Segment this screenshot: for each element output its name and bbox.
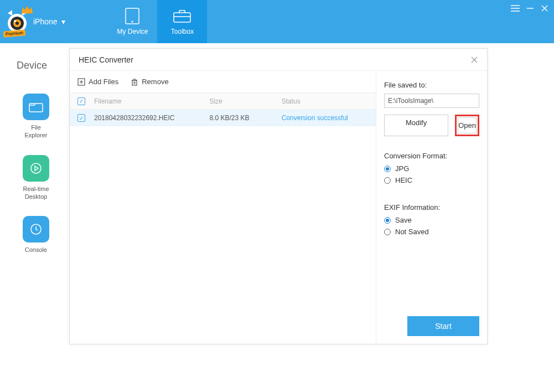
row-status: Conversion successful	[282, 114, 368, 122]
svg-point-4	[14, 20, 16, 22]
file-list-header: Filename Size Status	[70, 93, 376, 110]
file-list-pane: Add Files Remove Filename Size Status 20…	[70, 71, 376, 344]
tile-label: Real-time Desktop	[23, 185, 49, 201]
plus-box-icon	[77, 78, 85, 86]
minimize-icon[interactable]	[526, 4, 534, 12]
caret-down-icon: ▾	[61, 17, 65, 26]
tile-realtime-desktop[interactable]: Real-time Desktop	[17, 155, 55, 201]
tab-label: Toolbox	[171, 28, 194, 35]
trash-icon	[131, 78, 138, 86]
nav-tabs: My Device Toolbox	[107, 0, 207, 43]
column-status[interactable]: Status	[282, 97, 368, 105]
close-icon[interactable]	[541, 4, 548, 12]
settings-pane: File saved to: E:\iToolsImage\ Modify Op…	[376, 71, 487, 344]
app-logo: Premium	[4, 9, 30, 34]
window-controls	[511, 0, 554, 43]
toolbar: Add Files Remove	[70, 71, 376, 93]
menu-icon[interactable]	[511, 4, 520, 12]
format-radio-group: JPG HEIC	[384, 164, 479, 188]
save-path-input[interactable]: E:\iToolsImage\	[384, 94, 479, 108]
button-label: Add Files	[89, 78, 118, 86]
radio-icon	[384, 229, 391, 235]
device-name: iPhone	[33, 17, 58, 26]
exif-option-save[interactable]: Save	[384, 216, 479, 224]
play-icon	[23, 155, 49, 182]
radio-icon	[384, 177, 391, 184]
premium-badge: Premium	[3, 29, 26, 37]
svg-point-16	[31, 163, 41, 173]
radio-label: JPG	[395, 164, 409, 173]
toolbox-icon	[173, 8, 191, 24]
format-label: Conversion Format:	[384, 152, 479, 160]
format-option-heic[interactable]: HEIC	[384, 176, 479, 184]
tab-toolbox[interactable]: Toolbox	[157, 0, 207, 43]
start-button[interactable]: Start	[407, 316, 479, 336]
tab-label: My Device	[117, 28, 148, 35]
tile-console[interactable]: Console	[17, 216, 55, 254]
column-filename[interactable]: Filename	[94, 97, 209, 105]
tablet-icon	[123, 8, 142, 24]
tile-file-explorer[interactable]: File Explorer	[17, 94, 55, 140]
radio-label: Save	[395, 216, 412, 224]
dialog-titlebar: HEIC Converter	[70, 49, 487, 71]
row-filename: 20180428032232692.HEIC	[94, 114, 209, 122]
tile-label: File Explorer	[25, 123, 48, 140]
row-size: 8.0 KB/23 KB	[209, 114, 281, 122]
top-header: Premium iPhone ▾ My Device Toolbox	[0, 0, 554, 43]
heic-converter-dialog: HEIC Converter Add Files Remove	[69, 48, 488, 344]
radio-label: HEIC	[395, 176, 412, 184]
exif-label: EXIF Information:	[384, 203, 479, 212]
svg-point-3	[15, 22, 19, 25]
add-files-button[interactable]: Add Files	[77, 78, 118, 86]
radio-label: Not Saved	[395, 228, 429, 236]
svg-rect-23	[132, 80, 137, 85]
folder-icon	[23, 94, 49, 120]
exif-radio-group: Save Not Saved	[384, 216, 479, 239]
modify-button[interactable]: Modify	[384, 115, 448, 136]
column-size[interactable]: Size	[209, 97, 281, 105]
open-button[interactable]: Open	[458, 117, 477, 133]
format-option-jpg[interactable]: JPG	[384, 164, 479, 173]
tab-my-device[interactable]: My Device	[107, 0, 157, 43]
remove-button[interactable]: Remove	[131, 78, 168, 86]
close-icon[interactable]	[470, 56, 478, 64]
file-row[interactable]: 20180428032232692.HEIC 8.0 KB/23 KB Conv…	[70, 110, 376, 126]
radio-icon	[384, 217, 391, 224]
select-all-checkbox[interactable]	[77, 97, 85, 105]
radio-icon	[384, 166, 391, 172]
exif-option-not-saved[interactable]: Not Saved	[384, 228, 479, 236]
svg-point-6	[132, 21, 133, 23]
dialog-title: HEIC Converter	[79, 55, 133, 64]
svg-rect-7	[174, 13, 190, 22]
open-button-highlight: Open	[455, 115, 479, 136]
device-selector[interactable]: iPhone ▾	[33, 17, 65, 26]
row-checkbox[interactable]	[77, 114, 85, 122]
saved-to-label: File saved to:	[384, 81, 479, 89]
logo-area: Premium iPhone ▾	[0, 0, 74, 43]
button-label: Remove	[142, 78, 168, 86]
clock-icon	[23, 216, 49, 243]
tile-label: Console	[25, 246, 47, 254]
